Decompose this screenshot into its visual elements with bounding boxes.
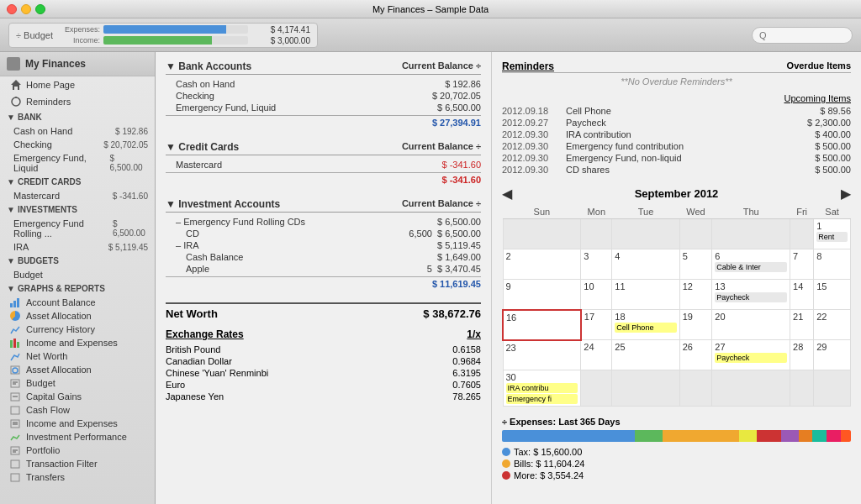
calendar-cell[interactable] bbox=[679, 370, 712, 407]
calendar-prev[interactable]: ◀ bbox=[502, 186, 512, 202]
calendar-cell[interactable] bbox=[581, 219, 612, 249]
line-chart-icon bbox=[10, 325, 22, 334]
graphs-section-toggle[interactable]: ▼ GRAPHS & REPORTS bbox=[0, 281, 155, 296]
bank-toggle-arrow: ▼ bbox=[7, 113, 15, 122]
sidebar-item-asset-alloc-doc[interactable]: Asset Allocation bbox=[0, 363, 155, 376]
calendar-cell[interactable]: 4 bbox=[612, 249, 679, 280]
sidebar-item-net-worth-chart[interactable]: Net Worth bbox=[0, 349, 155, 363]
calendar-cell[interactable]: 20 bbox=[712, 310, 790, 340]
exchange-eur: Euro 0.7605 bbox=[166, 379, 481, 391]
calendar-cell[interactable]: 10 bbox=[581, 280, 612, 310]
sidebar-item-transfers[interactable]: Transfers bbox=[0, 470, 155, 484]
budget-control: ÷ Budget Expenses: $ 4,174.41 Income: $ … bbox=[8, 23, 318, 48]
calendar-cell[interactable]: 15 bbox=[814, 280, 851, 310]
exchange-cad: Canadian Dollar 0.9684 bbox=[166, 355, 481, 367]
calendar-cell[interactable]: 7 bbox=[790, 249, 814, 280]
calendar-cell[interactable]: 16 bbox=[503, 310, 581, 340]
sidebar-item-mastercard[interactable]: Mastercard $ -341.60 bbox=[0, 189, 155, 202]
calendar-cell[interactable]: 3 bbox=[581, 249, 612, 280]
transfers-icon bbox=[10, 473, 22, 482]
close-button[interactable] bbox=[7, 4, 17, 14]
calendar-cell[interactable] bbox=[814, 370, 851, 407]
calendar-cell[interactable]: 1Rent bbox=[814, 219, 851, 249]
sidebar-item-income-expenses-chart[interactable]: Income and Expenses bbox=[0, 336, 155, 349]
calendar-cell[interactable]: 28 bbox=[790, 340, 814, 370]
sidebar-item-cash[interactable]: Cash on Hand $ 192.86 bbox=[0, 124, 155, 138]
legend-dot bbox=[502, 448, 510, 456]
sidebar-item-account-balance[interactable]: Account Balance bbox=[0, 296, 155, 309]
sidebar-item-cash-flow[interactable]: Cash Flow bbox=[0, 403, 155, 417]
calendar-cell[interactable] bbox=[612, 219, 679, 249]
sidebar-item-emergency-liquid[interactable]: Emergency Fund, Liquid $ 6,500.00 bbox=[0, 151, 155, 175]
sidebar-item-asset-allocation-chart[interactable]: Asset Allocation bbox=[0, 309, 155, 323]
sidebar-item-home[interactable]: Home Page bbox=[0, 76, 155, 93]
legend-dot bbox=[502, 471, 510, 480]
investment-perf-icon bbox=[10, 433, 22, 442]
budget-doc-label: Budget bbox=[26, 378, 55, 388]
expenses-label: Expenses: bbox=[58, 25, 100, 34]
exchange-rates-section: Exchange Rates 1/x British Pound 0.6158 … bbox=[166, 328, 481, 402]
expenses-section: ÷ Expenses: Last 365 Days Tax: $ 15,600.… bbox=[502, 417, 851, 480]
calendar-cell[interactable] bbox=[503, 219, 581, 249]
sidebar-item-reminders[interactable]: Reminders bbox=[0, 93, 155, 110]
calendar-cell[interactable]: 12 bbox=[679, 280, 712, 310]
bank-section-toggle[interactable]: ▼ BANK bbox=[0, 110, 155, 124]
calendar-cell[interactable]: 17 bbox=[581, 310, 612, 340]
calendar-cell[interactable]: 21 bbox=[790, 310, 814, 340]
income-amount: $ 3,000.00 bbox=[251, 36, 310, 45]
bar-chart-icon bbox=[10, 298, 22, 307]
sidebar-item-portfolio[interactable]: Portfolio bbox=[0, 444, 155, 457]
calendar-cell[interactable]: 23 bbox=[503, 340, 581, 370]
bar-chart2-icon bbox=[10, 339, 22, 348]
budgets-section-toggle[interactable]: ▼ BUDGETS bbox=[0, 254, 155, 268]
calendar-cell[interactable]: 9 bbox=[503, 280, 581, 310]
calendar-cell[interactable]: 24 bbox=[581, 340, 612, 370]
expense-bar-segment bbox=[827, 430, 841, 442]
calendar-cell[interactable]: 19 bbox=[679, 310, 712, 340]
search-input[interactable] bbox=[752, 27, 853, 44]
sidebar-item-investment-perf[interactable]: Investment Performance bbox=[0, 430, 155, 444]
calendar-cell[interactable] bbox=[679, 219, 712, 249]
sidebar-item-emergency-rolling[interactable]: Emergency Fund Rolling ... $ 6,500.00 bbox=[0, 217, 155, 240]
sidebar-item-capital-gains[interactable]: Capital Gains bbox=[0, 390, 155, 403]
sidebar-item-transaction-filter[interactable]: Transaction Filter bbox=[0, 457, 155, 470]
calendar-cell[interactable]: 14 bbox=[790, 280, 814, 310]
calendar-cell[interactable] bbox=[581, 370, 612, 407]
calendar-cell[interactable]: 30IRA contribuEmergency fi bbox=[503, 370, 581, 407]
calendar-cell[interactable] bbox=[712, 219, 790, 249]
calendar-cell[interactable]: 22 bbox=[814, 310, 851, 340]
calendar-cell[interactable]: 2 bbox=[503, 249, 581, 280]
cc-row-mastercard: Mastercard $ -341.60 bbox=[166, 159, 481, 171]
credit-cards-section-toggle[interactable]: ▼ CREDIT CARDS bbox=[0, 175, 155, 189]
expense-bar-segment bbox=[502, 430, 635, 442]
calendar-cell[interactable]: 18Cell Phone bbox=[612, 310, 679, 340]
calendar-cell[interactable] bbox=[612, 370, 679, 407]
sidebar-item-budget[interactable]: Budget bbox=[0, 268, 155, 281]
minimize-button[interactable] bbox=[21, 4, 31, 14]
calendar-cell[interactable]: 13Paycheck bbox=[712, 280, 790, 310]
calendar-cell[interactable]: 27Paycheck bbox=[712, 340, 790, 370]
expenses-legend: Tax: $ 15,600.00Bills: $ 11,604.24More: … bbox=[502, 447, 851, 480]
sidebar-item-budget-doc[interactable]: Budget bbox=[0, 376, 155, 390]
portfolio-label: Portfolio bbox=[26, 445, 60, 455]
sidebar-item-ira[interactable]: IRA $ 5,119.45 bbox=[0, 240, 155, 254]
calendar-cell[interactable]: 26 bbox=[679, 340, 712, 370]
sidebar-item-income-expenses-doc[interactable]: Income and Expenses bbox=[0, 417, 155, 430]
calendar-cell[interactable] bbox=[790, 219, 814, 249]
calendar-cell[interactable]: 29 bbox=[814, 340, 851, 370]
calendar-cell[interactable]: 25 bbox=[612, 340, 679, 370]
maximize-button[interactable] bbox=[35, 4, 45, 14]
investments-section-toggle[interactable]: ▼ INVESTMENTS bbox=[0, 202, 155, 217]
right-panel: Reminders Overdue Items **No Overdue Rem… bbox=[492, 52, 861, 504]
sidebar-item-checking[interactable]: Checking $ 20,702.05 bbox=[0, 138, 155, 151]
calendar-cell[interactable]: 11 bbox=[612, 280, 679, 310]
cal-day-sat: Sat bbox=[814, 205, 851, 219]
calendar-cell[interactable] bbox=[790, 370, 814, 407]
calendar-cell[interactable] bbox=[712, 370, 790, 407]
calendar-next[interactable]: ▶ bbox=[841, 186, 851, 202]
transaction-filter-icon bbox=[10, 459, 22, 469]
calendar-cell[interactable]: 8 bbox=[814, 249, 851, 280]
calendar-cell[interactable]: 6Cable & Inter bbox=[712, 249, 790, 280]
calendar-cell[interactable]: 5 bbox=[679, 249, 712, 280]
sidebar-item-currency-history[interactable]: Currency History bbox=[0, 323, 155, 336]
